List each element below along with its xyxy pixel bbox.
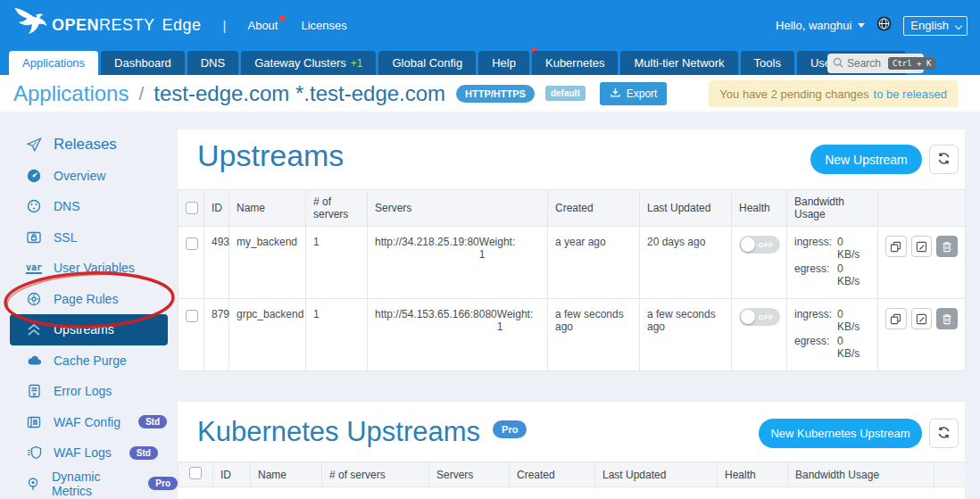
kubernetes-upstreams-section: Kubernetes UpstreamsPro New Kubernetes U… xyxy=(178,402,965,499)
health-toggle[interactable]: OFF xyxy=(739,308,780,326)
cell-num-servers: 1 xyxy=(306,227,368,299)
licenses-link[interactable]: Licenses xyxy=(301,19,346,32)
sidebar-item-dns[interactable]: DNS xyxy=(0,191,178,222)
paper-plane-icon xyxy=(26,137,42,153)
delete-button[interactable] xyxy=(936,308,958,329)
cell-server-weight: Weight: 1 xyxy=(479,236,524,261)
column-header-servers: Servers xyxy=(429,462,510,487)
top-bar: OPENRESTYEdge | About Licenses Hello, wa… xyxy=(0,0,980,51)
table-header-row: ID Name # of servers Servers Created Las… xyxy=(179,190,966,227)
cell-server-weight: Weight: 1 xyxy=(497,308,536,333)
about-notification-dot xyxy=(279,15,286,21)
new-kubernetes-upstream-button[interactable]: New Kubernetes Upstream xyxy=(759,419,922,448)
sidebar-item-waf-logs[interactable]: WAF Logs Std xyxy=(0,437,178,469)
refresh-button[interactable] xyxy=(929,419,959,448)
column-header-id: ID xyxy=(213,462,251,487)
sidebar-item-waf-config[interactable]: WAF Config Std xyxy=(0,407,178,438)
cloud-icon xyxy=(26,353,42,367)
tab-label: Applications xyxy=(22,56,85,70)
select-all-checkbox[interactable] xyxy=(186,202,198,214)
topbar-right: Hello, wanghui English xyxy=(776,16,968,36)
column-header-bandwidth: Bandwidth Usage xyxy=(788,462,934,487)
search-input[interactable] xyxy=(847,57,884,70)
ingress-label: ingress: xyxy=(794,308,830,333)
tab-help[interactable]: Help xyxy=(478,51,529,75)
row-checkbox[interactable] xyxy=(186,237,198,250)
copy-button[interactable] xyxy=(885,308,907,329)
refresh-button[interactable] xyxy=(929,145,959,174)
openresty-logo[interactable]: OPENRESTYEdge xyxy=(11,6,202,46)
sidebar-item-label: Page Rules xyxy=(54,292,118,306)
row-checkbox[interactable] xyxy=(186,310,198,322)
sidebar-item-cache-purge[interactable]: Cache Purge xyxy=(0,345,178,377)
language-value: English xyxy=(910,19,949,32)
table-row: 879 grpc_backend 1 http://54.153.65.166:… xyxy=(179,299,966,371)
sidebar-item-page-rules[interactable]: Page Rules xyxy=(0,284,178,315)
about-label: About xyxy=(247,19,278,32)
table-row xyxy=(179,487,966,499)
tab-multi-tier-network[interactable]: Multi-tier Network xyxy=(620,51,737,75)
sidebar-item-releases[interactable]: Releases xyxy=(0,129,178,161)
breadcrumb: Applications / test-edge.com *.test-edge… xyxy=(0,75,980,112)
sidebar-item-ssl[interactable]: SSL xyxy=(0,222,178,254)
ingress-value: 0 KB/s xyxy=(837,308,864,333)
column-header-id: ID xyxy=(204,190,229,227)
sidebar-item-upstreams[interactable]: Upstreams xyxy=(10,314,168,345)
tab-kubernetes[interactable]: Kubernetes xyxy=(532,51,619,75)
egress-label: egress: xyxy=(794,335,830,360)
pending-changes-notice: You have 2 pending changes to be release… xyxy=(709,80,958,107)
pending-changes-text: You have 2 pending changes xyxy=(719,87,868,101)
global-search-box[interactable]: Ctrl + K xyxy=(827,54,924,73)
globe-icon xyxy=(876,16,892,35)
edit-button[interactable] xyxy=(911,236,933,257)
copy-button[interactable] xyxy=(885,236,907,257)
sidebar-item-error-logs[interactable]: Error Logs xyxy=(0,376,178,407)
search-icon xyxy=(833,55,843,71)
brand-resty: RESTY xyxy=(99,16,155,34)
std-badge: Std xyxy=(138,415,167,428)
breadcrumb-separator: / xyxy=(138,83,144,104)
gear-circle-icon xyxy=(26,292,42,306)
tab-gateway-clusters[interactable]: Gateway Clusters+1 xyxy=(241,51,376,75)
language-select[interactable]: English xyxy=(903,16,968,36)
sidebar-item-user-variables[interactable]: var User Variables xyxy=(0,253,178,284)
cell-id: 493 xyxy=(204,227,229,299)
column-header-created: Created xyxy=(510,462,595,487)
k8s-upstreams-title: Kubernetes UpstreamsPro xyxy=(197,416,527,448)
select-all-checkbox[interactable] xyxy=(189,467,202,479)
sidebar-item-label: SSL xyxy=(54,230,77,245)
var-glyph: var xyxy=(26,262,42,274)
health-toggle[interactable]: OFF xyxy=(739,236,780,254)
licenses-label: Licenses xyxy=(301,19,346,32)
tab-label: Multi-tier Network xyxy=(634,56,724,70)
new-upstream-button[interactable]: New Upstream xyxy=(810,145,922,174)
about-link[interactable]: About xyxy=(247,19,278,32)
column-header-actions xyxy=(934,462,966,487)
bird-logo-icon xyxy=(11,6,50,46)
tab-tools[interactable]: Tools xyxy=(741,51,794,75)
tab-global-config[interactable]: Global Config xyxy=(378,51,476,75)
sidebar-item-dynamic-metrics[interactable]: Dynamic Metrics Pro xyxy=(0,469,178,499)
sidebar-item-label: WAF Logs xyxy=(54,445,112,460)
default-badge: default xyxy=(545,86,586,101)
refresh-icon xyxy=(937,426,951,442)
table-row: 493 my_backend 1 http://34.218.25.19:80W… xyxy=(179,227,966,299)
tab-dns[interactable]: DNS xyxy=(187,51,238,75)
user-menu[interactable]: Hello, wanghui xyxy=(776,19,865,32)
tab-dashboard[interactable]: Dashboard xyxy=(101,51,185,75)
sidebar-item-label: Releases xyxy=(54,136,117,154)
delete-button[interactable] xyxy=(936,236,958,257)
lock-certificate-icon xyxy=(26,230,42,245)
sidebar-item-label: Overview xyxy=(54,169,105,183)
edit-button[interactable] xyxy=(911,308,933,329)
search-shortcut-badge: Ctrl + K xyxy=(888,57,935,70)
tab-count-badge: +1 xyxy=(351,57,363,70)
to-be-released-link[interactable]: to be released xyxy=(874,87,947,101)
column-header-last-updated: Last Updated xyxy=(640,190,732,227)
protocol-badge: HTTP/HTTPS xyxy=(456,85,535,103)
breadcrumb-applications-link[interactable]: Applications xyxy=(13,81,129,106)
tab-applications[interactable]: Applications xyxy=(9,51,98,75)
sidebar-item-overview[interactable]: Overview xyxy=(0,161,178,192)
tab-label: Tools xyxy=(754,56,781,70)
export-button[interactable]: Export xyxy=(600,82,668,105)
